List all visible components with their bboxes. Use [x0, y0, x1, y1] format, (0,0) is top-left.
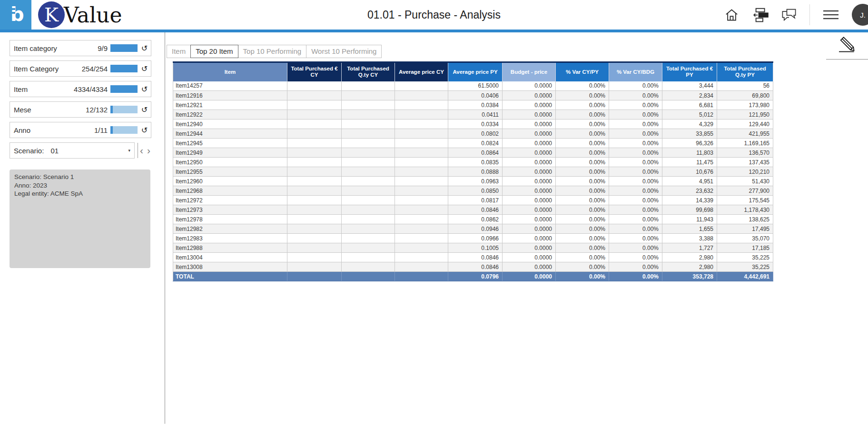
value-cell: 0.0000: [503, 167, 556, 177]
value-cell: [287, 120, 342, 129]
column-header: Total Purchased Q.ty PY: [717, 62, 773, 81]
value-cell: 0.0966: [448, 234, 503, 243]
filter-anno[interactable]: Anno1/11↺: [10, 122, 151, 138]
reset-icon[interactable]: ↺: [140, 64, 148, 73]
table-header-row: ItemTotal Purchased € CYTotal Purchased …: [173, 62, 773, 81]
value-cell: 0.00%: [609, 120, 662, 129]
table-row: Item129730.08460.00000.00%0.00%99,6981,1…: [173, 205, 773, 215]
value-cell: 0.0963: [448, 177, 503, 186]
value-cell: 10,676: [662, 167, 717, 177]
item-cell: Item12922: [173, 110, 287, 120]
chevron-down-icon[interactable]: ▾: [128, 148, 130, 153]
scenario-value: 01: [50, 147, 59, 155]
value-cell: 96,326: [662, 139, 717, 148]
value-cell: 121,950: [717, 110, 773, 120]
value-cell: 5,012: [662, 110, 717, 120]
value-cell: [342, 110, 395, 120]
filter-item-category[interactable]: Item category9/9↺: [10, 40, 151, 56]
value-cell: [342, 158, 395, 167]
value-cell: 0.00%: [609, 253, 662, 262]
screen-selector-icon[interactable]: [751, 7, 769, 23]
value-cell: 0.00%: [609, 196, 662, 205]
value-cell: 0.00%: [556, 262, 609, 272]
scenario-prev-button[interactable]: ‹: [138, 143, 145, 158]
value-cell: [287, 262, 342, 272]
value-cell: [287, 224, 342, 234]
main-content: ItemTop 20 ItemTop 10 PerformingWorst 10…: [166, 32, 868, 429]
value-cell: [287, 158, 342, 167]
value-cell: [395, 81, 448, 91]
tab-top-10-performing[interactable]: Top 10 Performing: [238, 45, 307, 58]
value-cell: [342, 81, 395, 91]
value-cell: 0.0888: [448, 167, 503, 177]
total-label-cell: TOTAL: [173, 272, 287, 281]
value-cell: 0.00%: [609, 129, 662, 139]
value-cell: 0.00%: [609, 234, 662, 243]
filter-count: 254/254: [82, 65, 108, 73]
reset-icon[interactable]: ↺: [140, 44, 148, 53]
value-cell: 56: [717, 81, 773, 91]
column-header: Total Purchased Q.ty CY: [342, 62, 395, 81]
table-row: Item129450.08240.00000.00%0.00%96,3261,1…: [173, 139, 773, 148]
board-logo[interactable]: b: [0, 0, 31, 30]
value-cell: [342, 148, 395, 158]
value-cell: 0.0846: [448, 262, 503, 272]
value-cell: [287, 167, 342, 177]
value-cell: 0.00%: [556, 186, 609, 196]
filter-selection-bar: [110, 44, 138, 52]
value-cell: [342, 186, 395, 196]
table-row: Item129720.08170.00000.00%0.00%14,339175…: [173, 196, 773, 205]
column-header: Average price CY: [395, 62, 448, 81]
scenario-selector[interactable]: Scenario: 01 ▾: [10, 142, 135, 159]
item-cell: Item12945: [173, 139, 287, 148]
filter-selection-bar-fill: [110, 106, 113, 113]
value-cell: 2,834: [662, 91, 717, 100]
item-cell: Item12960: [173, 177, 287, 186]
total-value-cell: 0.00%: [609, 272, 662, 281]
total-value-cell: 353,728: [662, 272, 717, 281]
value-cell: 0.00%: [556, 205, 609, 215]
reset-icon[interactable]: ↺: [140, 105, 148, 114]
value-cell: 0.00%: [609, 158, 662, 167]
value-cell: 11,943: [662, 215, 717, 224]
total-value-cell: [342, 272, 395, 281]
value-cell: 11,475: [662, 158, 717, 167]
value-cell: [342, 120, 395, 129]
value-cell: 0.00%: [556, 167, 609, 177]
value-cell: 2,980: [662, 262, 717, 272]
value-cell: 0.0000: [503, 224, 556, 234]
value-cell: 14,339: [662, 196, 717, 205]
table-row: Item129160.04060.00000.00%0.00%2,83469,8…: [173, 91, 773, 100]
value-cell: [342, 224, 395, 234]
tab-item[interactable]: Item: [167, 45, 191, 58]
filter-label: Mese: [14, 106, 83, 114]
value-cell: 0.00%: [556, 110, 609, 120]
value-cell: [395, 262, 448, 272]
filter-mese[interactable]: Mese12/132↺: [10, 101, 151, 118]
item-cell: Item12955: [173, 167, 287, 177]
reset-icon[interactable]: ↺: [140, 85, 148, 94]
value-cell: 0.0384: [448, 100, 503, 110]
value-cell: [395, 196, 448, 205]
info-line: Scenario: Scenario 1: [14, 173, 146, 181]
table-row: Item129490.08640.00000.00%0.00%11,803136…: [173, 148, 773, 158]
home-icon[interactable]: [724, 8, 739, 22]
tab-top-20-item[interactable]: Top 20 Item: [190, 45, 238, 58]
table-row: Item130040.08460.00000.00%0.00%2,98035,2…: [173, 253, 773, 262]
value-cell: 0.00%: [556, 148, 609, 158]
value-cell: 0.0406: [448, 91, 503, 100]
chat-icon[interactable]: [781, 7, 797, 22]
value-cell: 0.0000: [503, 243, 556, 253]
reset-icon[interactable]: ↺: [140, 126, 148, 135]
filter-count: 9/9: [98, 44, 108, 52]
pencil-icon[interactable]: [836, 35, 858, 56]
value-cell: 1,169,165: [717, 139, 773, 148]
value-cell: 0.0411: [448, 110, 503, 120]
menu-icon[interactable]: [822, 9, 839, 21]
tab-worst-10-performing[interactable]: Worst 10 Performing: [306, 45, 382, 58]
value-cell: 0.0000: [503, 205, 556, 215]
filter-item[interactable]: Item4334/4334↺: [10, 81, 151, 97]
user-avatar[interactable]: J.: [852, 4, 868, 26]
scenario-next-button[interactable]: ›: [145, 143, 152, 158]
filter-item-category[interactable]: Item Category254/254↺: [10, 60, 151, 77]
